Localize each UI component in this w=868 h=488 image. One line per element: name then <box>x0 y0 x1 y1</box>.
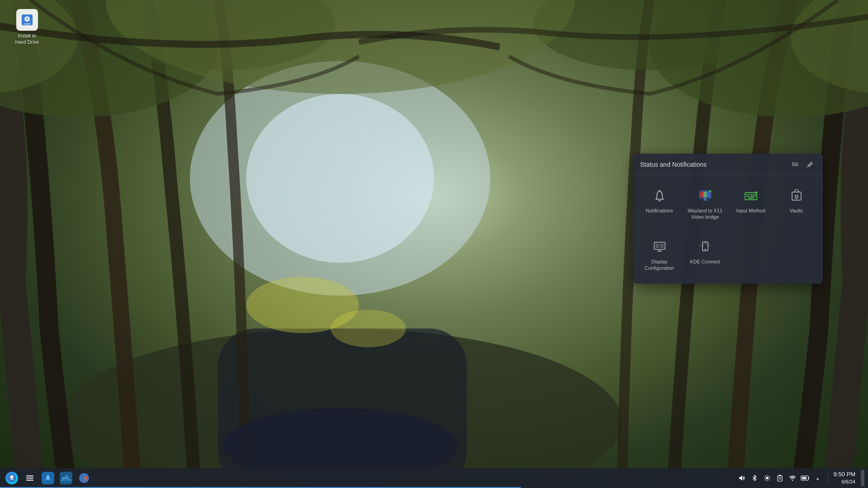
panel-item-notifications[interactable]: Notifications <box>637 182 682 226</box>
svg-point-42 <box>755 192 757 193</box>
svg-rect-56 <box>26 478 33 479</box>
panel-title: Status and Notifications <box>640 161 707 168</box>
panel-header-actions <box>790 159 816 170</box>
clock-date: 6/6/24 <box>834 479 855 485</box>
svg-line-73 <box>769 476 769 477</box>
svg-rect-39 <box>750 196 754 197</box>
svg-rect-25 <box>700 192 703 197</box>
svg-point-59 <box>47 476 49 479</box>
fedora-icon <box>5 472 18 484</box>
svg-rect-80 <box>802 477 807 479</box>
svg-rect-55 <box>26 475 33 477</box>
panel-pin-button[interactable] <box>805 159 816 170</box>
svg-rect-19 <box>792 164 793 165</box>
svg-rect-26 <box>703 192 707 197</box>
svg-rect-40 <box>755 196 756 197</box>
status-notifications-panel: Status and Notifications <box>633 154 823 284</box>
svg-point-52 <box>704 249 706 250</box>
panel-item-input-method[interactable]: Input Method <box>728 182 774 226</box>
input-method-label: Input Method <box>736 207 765 214</box>
wayland-bridge-icon <box>697 188 713 204</box>
svg-rect-34 <box>750 194 752 195</box>
svg-point-66 <box>766 477 769 479</box>
svg-rect-17 <box>24 23 31 24</box>
panel-grid-row1: Notifications <box>633 175 823 233</box>
panel-item-kde-connect[interactable]: KDE Connect <box>682 233 728 277</box>
network-tray-icon[interactable] <box>788 474 797 483</box>
svg-rect-18 <box>792 163 793 164</box>
kde-connect-label: KDE Connect <box>690 258 720 265</box>
taskbar-right: ▲ 9:50 PM 6/6/24 <box>737 470 864 486</box>
taskbar-left <box>4 470 92 486</box>
panel-grid-row2: Display Configuration <box>633 233 823 284</box>
svg-rect-20 <box>792 165 793 166</box>
svg-point-21 <box>659 190 660 192</box>
svg-rect-29 <box>703 200 708 201</box>
tray-expand-button[interactable]: ▲ <box>813 474 822 483</box>
svg-point-1 <box>246 94 434 263</box>
taskbar: ▲ 9:50 PM 6/6/24 <box>0 468 868 488</box>
battery-tray-icon[interactable] <box>801 474 810 483</box>
svg-rect-81 <box>808 477 809 479</box>
system-clock[interactable]: 9:50 PM 6/6/24 <box>834 471 855 485</box>
volume-tray-icon[interactable] <box>737 474 746 483</box>
svg-rect-49 <box>656 244 659 248</box>
show-desktop-button[interactable] <box>861 470 864 486</box>
svg-rect-76 <box>778 475 781 476</box>
svg-point-30 <box>709 190 711 192</box>
panel-item-vaults[interactable]: Vaults <box>774 182 819 226</box>
bluetooth-tray-icon[interactable] <box>750 474 759 483</box>
svg-rect-62 <box>62 477 66 479</box>
install-icon-label: Install to Hard Drive <box>15 33 39 46</box>
panel-configure-button[interactable] <box>790 159 801 170</box>
svg-line-71 <box>765 476 766 477</box>
install-icon-image <box>16 9 38 31</box>
svg-line-74 <box>765 480 766 481</box>
task-manager-button[interactable] <box>22 470 38 486</box>
kde-connect-icon <box>697 239 713 255</box>
panel-header: Status and Notifications <box>633 154 823 175</box>
svg-rect-50 <box>660 244 664 248</box>
tray-separator <box>828 474 828 483</box>
svg-rect-75 <box>778 476 782 481</box>
desktop: Install to Hard Drive Status and Notific… <box>0 0 868 488</box>
panel-item-display-config[interactable]: Display Configuration <box>637 233 682 277</box>
notifications-icon <box>651 188 668 204</box>
display-config-label: Display Configuration <box>645 258 674 272</box>
wayland-bridge-label: Wayland to X11 Video bridge <box>688 207 722 221</box>
svg-rect-35 <box>752 194 754 195</box>
svg-line-72 <box>769 480 769 481</box>
install-to-hard-drive-icon[interactable]: Install to Hard Drive <box>9 9 45 46</box>
svg-rect-32 <box>746 194 748 195</box>
svg-rect-27 <box>707 192 710 197</box>
svg-rect-28 <box>704 198 706 200</box>
svg-rect-36 <box>755 194 756 195</box>
panel-item-wayland-bridge[interactable]: Wayland to X11 Video bridge <box>682 182 728 226</box>
clipboard-tray-icon[interactable] <box>775 474 784 483</box>
discover-button[interactable] <box>40 470 56 486</box>
svg-point-44 <box>795 195 798 198</box>
svg-rect-37 <box>746 196 748 197</box>
svg-rect-41 <box>748 197 754 199</box>
vaults-icon <box>788 188 805 204</box>
svg-rect-57 <box>26 480 33 481</box>
svg-rect-38 <box>748 196 750 197</box>
svg-point-12 <box>331 310 406 347</box>
dolphin-button[interactable] <box>58 470 74 486</box>
input-method-icon <box>743 188 759 204</box>
vaults-label: Vaults <box>790 207 803 214</box>
firefox-button[interactable] <box>76 470 92 486</box>
brightness-tray-icon[interactable] <box>763 474 772 483</box>
clock-time: 9:50 PM <box>834 471 855 479</box>
fedora-start-button[interactable] <box>4 470 20 486</box>
notifications-label: Notifications <box>646 207 673 214</box>
display-config-icon <box>651 239 668 255</box>
svg-rect-33 <box>748 194 750 195</box>
